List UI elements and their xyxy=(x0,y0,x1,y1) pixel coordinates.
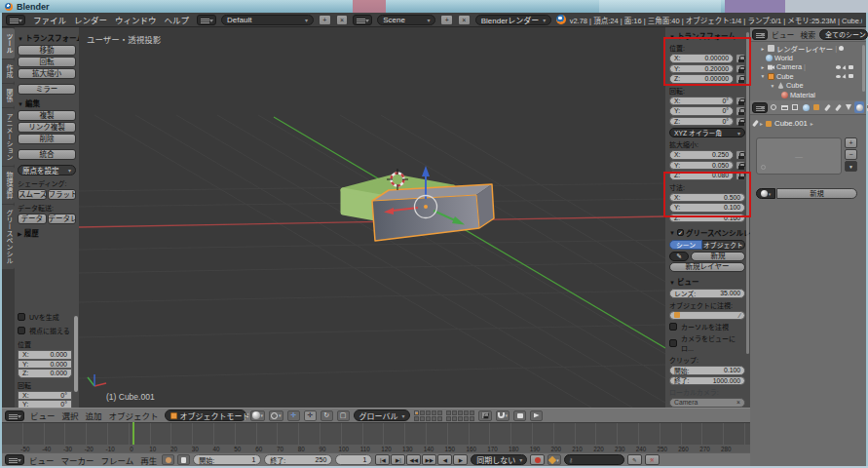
data-transfer-button[interactable]: データ xyxy=(18,214,47,224)
scale-field[interactable]: Y:0.050 xyxy=(669,161,734,171)
manipulator-axis-button[interactable]: ✛ xyxy=(287,410,300,421)
gpencil-object-toggle[interactable]: オブジェクト xyxy=(702,240,745,250)
operator-rotation-field[interactable]: X:0° xyxy=(18,391,72,401)
grease-pencil-title[interactable]: ▼✓グリースペンシルレイ xyxy=(669,227,745,238)
view3d-menu-item[interactable]: ビュー xyxy=(28,410,57,421)
transform-tool-button[interactable]: 回転 xyxy=(18,57,76,67)
view-panel-title[interactable]: ▼ ビュー xyxy=(669,276,745,287)
layer-cell[interactable] xyxy=(452,410,457,415)
panel-title-edit[interactable]: ▼ 編集 xyxy=(18,98,76,108)
timeline-menu-item[interactable]: ビュー xyxy=(27,454,57,466)
layer-cell[interactable] xyxy=(458,416,463,421)
lock-icon[interactable] xyxy=(736,64,745,74)
operator-location-field[interactable]: Z:0.000 xyxy=(18,369,72,378)
info-menu-item[interactable]: ファイル xyxy=(30,14,69,25)
lock-icon[interactable] xyxy=(736,150,745,160)
lock-icon[interactable] xyxy=(736,54,745,63)
layer-cell[interactable] xyxy=(426,410,431,415)
gpencil-brush-dropdown[interactable]: ✎ xyxy=(669,252,689,261)
visibility-icon[interactable] xyxy=(836,75,841,79)
delete-scene-button[interactable]: × xyxy=(458,15,471,25)
edit-tool-button[interactable]: リンク複製 xyxy=(18,122,76,133)
layer-cell[interactable] xyxy=(420,410,425,415)
transform-orientation-select[interactable]: グローバル▾ xyxy=(354,410,410,421)
layer-cell[interactable] xyxy=(432,410,436,415)
outliner-item-cube[interactable]: ▾Cube xyxy=(754,72,866,82)
location-field[interactable]: Y:0.20000 xyxy=(669,64,734,74)
grease-pencil-checkbox[interactable]: ✓ xyxy=(677,229,684,236)
npanel-scrollbar[interactable] xyxy=(746,32,749,354)
rotation-field[interactable]: Z:0° xyxy=(669,117,734,127)
tab-modifiers[interactable] xyxy=(833,101,843,113)
shading-button[interactable]: スムーズ xyxy=(18,189,47,200)
active-keying-set-field[interactable]: ⚷ xyxy=(564,454,624,465)
slot-specials-button[interactable]: ▼ xyxy=(845,161,857,172)
view3d-menu-item[interactable]: 追加 xyxy=(84,410,104,421)
editor-type-button[interactable] xyxy=(752,29,768,40)
layer-cell[interactable] xyxy=(464,410,469,415)
rotate-manipulator-button[interactable]: ↻ xyxy=(321,410,333,421)
dimensions-field[interactable]: X:0.500 xyxy=(669,193,745,203)
dimensions-field[interactable]: Z:0.160 xyxy=(669,214,745,223)
transform-tool-button[interactable]: 拡大縮小 xyxy=(18,68,76,79)
layer-cell[interactable] xyxy=(432,416,436,421)
editor-type-button[interactable] xyxy=(5,454,24,465)
visibility-icon[interactable] xyxy=(836,65,841,69)
frame-lock-button[interactable] xyxy=(177,454,190,465)
tab-object[interactable] xyxy=(811,101,821,113)
playback-button[interactable]: ◀ xyxy=(437,454,452,465)
delete-layout-button[interactable]: × xyxy=(336,15,349,25)
tool-shelf-tab[interactable]: グリースペンシル xyxy=(2,205,15,269)
preview-range-button[interactable] xyxy=(162,454,174,465)
rotation-field[interactable]: X:0° xyxy=(669,97,734,106)
operator-rotation-field[interactable]: Y:0° xyxy=(18,400,72,408)
layer-cell[interactable] xyxy=(458,410,463,415)
outliner-menu-item[interactable]: 検索 xyxy=(798,29,817,40)
tool-shelf-tab[interactable]: 関係 xyxy=(2,84,15,107)
clip-start-field[interactable]: 開始:0.100 xyxy=(669,366,745,375)
playback-button[interactable]: |◀ xyxy=(375,454,390,465)
tab-scene[interactable] xyxy=(790,101,800,113)
outliner-item-camera[interactable]: ▸Camera| xyxy=(754,62,866,72)
editor-type-button[interactable] xyxy=(5,410,24,421)
clip-end-field[interactable]: 終了:1000.000 xyxy=(669,376,745,386)
tab-material[interactable] xyxy=(854,101,864,113)
snap-button[interactable]: ▾ xyxy=(496,410,510,421)
timeline-tracks[interactable] xyxy=(2,422,750,445)
operator-location-field[interactable]: Y:0.000 xyxy=(18,360,72,370)
lock-icon[interactable] xyxy=(736,161,745,171)
timeline-menu-item[interactable]: マーカー xyxy=(59,454,96,466)
outliner-item-material[interactable]: Material xyxy=(754,91,866,100)
layer-cell[interactable] xyxy=(470,410,474,415)
data-transfer-button[interactable]: データレ xyxy=(48,214,77,224)
scene-select[interactable]: Scene▾ xyxy=(377,15,435,25)
location-field[interactable]: Z:0.00000 xyxy=(669,74,734,84)
screen-layout-icon-button[interactable] xyxy=(197,15,216,25)
frame-end-field[interactable]: 終了:250 xyxy=(264,454,332,465)
playback-button[interactable]: ▶| xyxy=(391,454,405,465)
npanel-transform-title[interactable]: ▼ トランスフォーム xyxy=(669,30,745,41)
layer-cell[interactable] xyxy=(446,416,451,421)
tab-data[interactable] xyxy=(844,101,853,113)
layer-cell[interactable] xyxy=(470,416,474,421)
dimensions-field[interactable]: Y:0.100 xyxy=(669,203,745,213)
viewport-shading-button[interactable]: ▾ xyxy=(250,410,266,421)
playback-button[interactable]: ▶ xyxy=(453,454,468,465)
tool-shelf-scrollbar[interactable] xyxy=(74,316,78,392)
selectability-icon[interactable] xyxy=(842,64,847,69)
playback-button[interactable]: ◀◀ xyxy=(406,454,421,465)
lock-icon[interactable] xyxy=(736,106,745,116)
pivot-point-button[interactable]: ▾ xyxy=(269,410,283,421)
delete-keyframe-button[interactable]: ✎̸ xyxy=(645,454,660,465)
layer-cell[interactable] xyxy=(437,410,442,415)
set-origin-dropdown[interactable]: 原点を設定▾ xyxy=(18,165,76,176)
scale-manipulator-button[interactable]: ▢ xyxy=(337,410,350,421)
tool-shelf-tab[interactable]: 作成 xyxy=(2,59,15,83)
timeline-playhead[interactable] xyxy=(132,422,134,445)
info-menu-item[interactable]: ヘルプ xyxy=(162,14,193,25)
gpencil-new-button[interactable]: 新規 xyxy=(691,252,745,261)
keying-set-button[interactable]: ▾ xyxy=(547,454,561,465)
render-engine-select[interactable]: Blenderレンダー▾ xyxy=(475,15,551,25)
transform-tool-button[interactable]: 移動 xyxy=(18,45,76,56)
shading-button[interactable]: フラット xyxy=(48,189,77,200)
